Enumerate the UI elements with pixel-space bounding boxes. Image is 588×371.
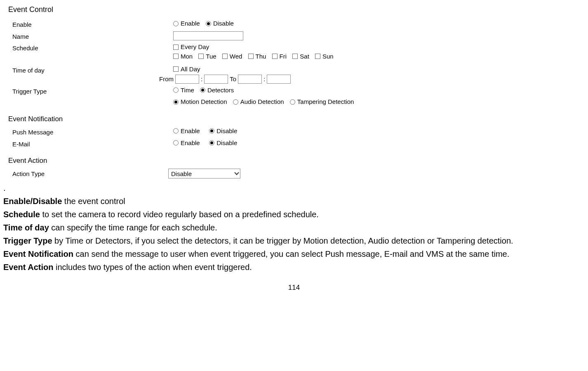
- trigger-time-radio[interactable]: Time: [173, 86, 194, 94]
- schedule-row: Schedule Every Day Mon Tue Wed Thu Fri S…: [12, 43, 585, 61]
- from-hour-input[interactable]: [175, 75, 199, 84]
- email-label: E-Mail: [12, 139, 173, 148]
- radio-icon: [233, 99, 238, 105]
- schedule-label: Schedule: [12, 43, 173, 52]
- email-enable-radio[interactable]: Enable: [173, 139, 200, 147]
- desc-line-5: Event Notification can send the message …: [3, 248, 585, 260]
- mon-label: Mon: [181, 52, 193, 61]
- event-control-form: Enable Enable Disable Name Schedule Ever…: [12, 19, 585, 106]
- disable-option-label: Disable: [213, 19, 234, 28]
- allday-checkbox[interactable]: All Day: [173, 65, 200, 73]
- push-row: Push Message Enable Disable: [12, 127, 585, 136]
- schedule-tue-checkbox[interactable]: Tue: [198, 52, 216, 61]
- schedule-sun-checkbox[interactable]: Sun: [315, 52, 334, 61]
- radio-icon: [173, 87, 179, 93]
- from-label: From: [159, 75, 174, 83]
- push-enable-radio[interactable]: Enable: [173, 127, 200, 135]
- enable-label: Enable: [12, 19, 173, 29]
- email-enable-label: Enable: [181, 139, 200, 147]
- checkbox-icon: [173, 66, 179, 72]
- name-label: Name: [12, 31, 173, 41]
- radio-icon: [173, 140, 179, 146]
- schedule-mon-checkbox[interactable]: Mon: [173, 52, 193, 61]
- schedule-everyday-checkbox[interactable]: Every Day: [173, 43, 209, 51]
- sat-label: Sat: [300, 52, 309, 61]
- desc-line-1: Enable/Disable the event control: [3, 195, 585, 207]
- push-disable-label: Disable: [216, 127, 237, 135]
- radio-icon: [173, 21, 179, 26]
- checkbox-icon: [173, 45, 179, 50]
- colon-label-1: :: [201, 75, 202, 83]
- to-label: To: [230, 75, 236, 83]
- allday-label: All Day: [181, 65, 200, 73]
- fri-label: Fri: [280, 52, 287, 61]
- triggertype-row: Trigger Type Time Detectors Motion Detec…: [12, 86, 585, 107]
- everyday-label: Every Day: [181, 43, 209, 51]
- schedule-sat-checkbox[interactable]: Sat: [292, 52, 309, 61]
- email-row: E-Mail Enable Disable: [12, 139, 585, 148]
- actiontype-select[interactable]: Disable: [168, 169, 240, 178]
- checkbox-icon: [315, 54, 320, 59]
- description-block: . Enable/Disable the event control Sched…: [3, 182, 585, 273]
- radio-icon: [200, 87, 205, 93]
- colon-label-2: :: [263, 75, 265, 83]
- schedule-fri-checkbox[interactable]: Fri: [272, 52, 287, 61]
- event-notification-title: Event Notification: [8, 115, 585, 124]
- desc-line-2: Schedule to set the camera to record vid…: [3, 208, 585, 221]
- enable-radio-enable[interactable]: Enable: [173, 19, 200, 28]
- timeofday-label: Time of day: [12, 65, 173, 75]
- detect-motion-radio[interactable]: Motion Detection: [173, 98, 227, 106]
- detect-tampering-radio[interactable]: Tampering Detection: [290, 98, 354, 106]
- checkbox-icon: [222, 54, 228, 59]
- schedule-thu-checkbox[interactable]: Thu: [248, 52, 266, 61]
- event-action-form: Action Type Disable: [12, 169, 585, 178]
- trigger-detectors-radio[interactable]: Detectors: [200, 86, 234, 94]
- page-number: 114: [3, 283, 585, 292]
- checkbox-icon: [173, 54, 179, 59]
- chevron-down-icon: [234, 171, 239, 175]
- desc-line-6: Event Action includes two types of the a…: [3, 261, 585, 273]
- desc-line-4: Trigger Type by Time or Detectors, if yo…: [3, 235, 585, 247]
- radio-icon: [290, 99, 295, 105]
- tue-label: Tue: [206, 52, 216, 61]
- radio-icon: [209, 140, 214, 146]
- radio-icon: [206, 21, 211, 26]
- checkbox-icon: [292, 54, 298, 59]
- radio-icon: [209, 128, 214, 134]
- radio-icon: [173, 128, 179, 134]
- detect-audio-label: Audio Detection: [240, 98, 284, 106]
- timeofday-row: Time of day All Day From : To :: [12, 65, 585, 84]
- actiontype-row: Action Type Disable: [12, 169, 585, 178]
- actiontype-value: Disable: [171, 170, 192, 178]
- triggertype-label: Trigger Type: [12, 86, 173, 96]
- from-min-input[interactable]: [204, 75, 228, 84]
- event-control-title: Event Control: [8, 5, 585, 14]
- desc-period: .: [3, 182, 585, 194]
- name-row: Name: [12, 31, 585, 41]
- to-hour-input[interactable]: [238, 75, 262, 84]
- sun-label: Sun: [322, 52, 334, 61]
- name-input[interactable]: [173, 31, 243, 40]
- to-min-input[interactable]: [267, 75, 291, 84]
- detect-tampering-label: Tampering Detection: [297, 98, 354, 106]
- email-disable-label: Disable: [216, 139, 237, 147]
- event-notification-form: Push Message Enable Disable E-Mail Enabl…: [12, 127, 585, 148]
- enable-option-label: Enable: [181, 19, 200, 28]
- push-label: Push Message: [12, 127, 173, 136]
- actiontype-label: Action Type: [12, 169, 168, 178]
- radio-icon: [173, 99, 179, 105]
- enable-row: Enable Enable Disable: [12, 19, 585, 29]
- enable-radio-disable[interactable]: Disable: [206, 19, 234, 28]
- event-action-title: Event Action: [8, 156, 585, 165]
- schedule-wed-checkbox[interactable]: Wed: [222, 52, 242, 61]
- checkbox-icon: [272, 54, 278, 59]
- desc-line-3: Time of day can specify the time range f…: [3, 221, 585, 234]
- checkbox-icon: [198, 54, 204, 59]
- push-disable-radio[interactable]: Disable: [209, 127, 237, 135]
- trigger-time-label: Time: [181, 86, 194, 94]
- checkbox-icon: [248, 54, 254, 59]
- detect-motion-label: Motion Detection: [181, 98, 227, 106]
- thu-label: Thu: [256, 52, 266, 61]
- detect-audio-radio[interactable]: Audio Detection: [233, 98, 284, 106]
- email-disable-radio[interactable]: Disable: [209, 139, 237, 147]
